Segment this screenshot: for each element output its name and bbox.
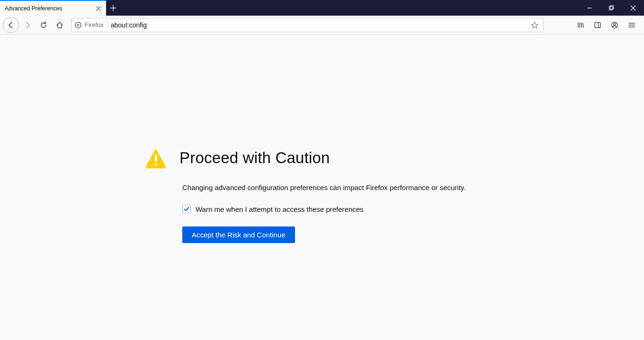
firefox-icon bbox=[74, 21, 82, 29]
back-button[interactable] bbox=[3, 17, 19, 33]
svg-point-9 bbox=[154, 163, 157, 166]
forward-button[interactable] bbox=[20, 17, 35, 33]
accept-risk-button[interactable]: Accept the Risk and Continue bbox=[182, 227, 295, 243]
close-window-button[interactable] bbox=[622, 0, 644, 16]
url-bar[interactable]: Firefox bbox=[71, 18, 544, 32]
close-tab-icon[interactable] bbox=[95, 5, 102, 12]
svg-rect-0 bbox=[609, 7, 613, 10]
identity-box[interactable]: Firefox bbox=[74, 20, 108, 30]
library-icon[interactable] bbox=[573, 17, 588, 33]
window-controls bbox=[579, 0, 644, 16]
svg-rect-1 bbox=[610, 6, 614, 9]
title-row: Proceed with Caution bbox=[144, 147, 504, 169]
page-content: Proceed with Caution Changing advanced c… bbox=[0, 35, 644, 340]
warning-block: Proceed with Caution Changing advanced c… bbox=[144, 147, 504, 243]
tab-title: Advanced Preferences bbox=[5, 5, 95, 12]
warn-checkbox[interactable] bbox=[182, 205, 191, 213]
svg-rect-8 bbox=[155, 155, 157, 162]
maximize-button[interactable] bbox=[600, 0, 622, 16]
home-button[interactable] bbox=[52, 17, 67, 33]
warning-triangle-icon bbox=[144, 147, 167, 169]
browser-tab[interactable]: Advanced Preferences bbox=[0, 0, 106, 16]
warn-checkbox-row: Warn me when I attempt to access these p… bbox=[182, 205, 504, 213]
minimize-button[interactable] bbox=[579, 0, 600, 16]
warn-checkbox-label: Warn me when I attempt to access these p… bbox=[196, 205, 364, 213]
svg-rect-4 bbox=[595, 22, 600, 27]
svg-point-7 bbox=[614, 23, 616, 25]
new-tab-button[interactable] bbox=[106, 0, 120, 16]
url-input[interactable] bbox=[111, 21, 526, 29]
titlebar: Advanced Preferences bbox=[0, 0, 644, 16]
nav-toolbar: Firefox bbox=[0, 16, 644, 35]
sidebar-icon[interactable] bbox=[590, 17, 605, 33]
svg-point-3 bbox=[77, 24, 79, 26]
toolbar-right bbox=[573, 17, 639, 33]
bookmark-star-icon[interactable] bbox=[529, 19, 540, 31]
account-icon[interactable] bbox=[607, 17, 622, 33]
reload-button[interactable] bbox=[36, 17, 51, 33]
menu-icon[interactable] bbox=[624, 17, 639, 33]
warning-description: Changing advanced configuration preferen… bbox=[182, 183, 504, 192]
page-title: Proceed with Caution bbox=[179, 149, 330, 167]
identity-label: Firefox bbox=[85, 21, 104, 28]
